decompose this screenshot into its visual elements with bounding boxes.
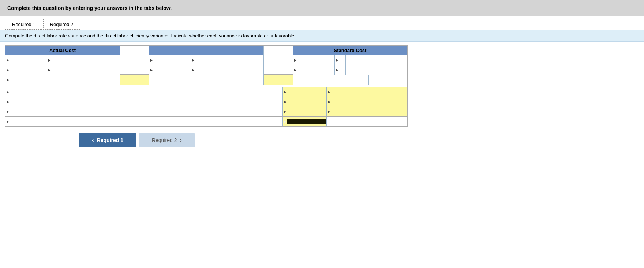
total-separator-left bbox=[120, 46, 149, 85]
header-banner: Complete this question by entering your … bbox=[0, 0, 644, 16]
std-row3-input1[interactable] bbox=[294, 77, 368, 82]
mid-row1-input2[interactable] bbox=[203, 57, 232, 63]
variance-row1: ▶ ▶ ▶ bbox=[5, 87, 407, 97]
variance-row4: ▶ ▶ bbox=[5, 117, 407, 126]
variance-row2: ▶ ▶ ▶ bbox=[5, 97, 407, 107]
arrow3: ▶ bbox=[6, 68, 10, 72]
var-row4-amount[interactable] bbox=[287, 119, 326, 124]
std-row2-input2[interactable] bbox=[347, 67, 375, 72]
arrow5: ▶ bbox=[6, 78, 10, 82]
tabs-row: Required 1 Required 2 bbox=[0, 16, 644, 30]
variance-table: Actual Cost ▶ ▶ ▶ ▶ bbox=[5, 45, 408, 127]
std-row2-input3[interactable] bbox=[378, 67, 407, 72]
std-row3-input2[interactable] bbox=[370, 77, 407, 82]
btn-required1[interactable]: ‹ Required 1 bbox=[79, 133, 136, 147]
btn-required2[interactable]: Required 2 › bbox=[139, 133, 195, 147]
arrow8: ▶ bbox=[150, 68, 153, 72]
actual-cost-header: Actual Cost bbox=[5, 46, 120, 55]
arrow9: ▶ bbox=[192, 68, 195, 72]
var-row2-type[interactable] bbox=[331, 99, 407, 104]
arrow6: ▶ bbox=[150, 58, 153, 62]
var-row2-amount[interactable] bbox=[287, 99, 326, 104]
btn1-icon: ‹ bbox=[92, 137, 94, 144]
arrow11: ▶ bbox=[336, 58, 339, 62]
nav-buttons: ‹ Required 1 Required 2 › bbox=[5, 133, 269, 147]
middle-block: ▶ ▶ ▶ ▶ bbox=[149, 46, 264, 85]
standard-cost-header: Standard Cost bbox=[293, 46, 407, 55]
var-row1-type[interactable] bbox=[331, 89, 407, 94]
total-separator-mid bbox=[264, 46, 293, 85]
var-row4-label[interactable] bbox=[17, 119, 282, 124]
arrow16: ▶ bbox=[6, 110, 10, 113]
arrow7: ▶ bbox=[192, 58, 195, 62]
var-row3-type[interactable] bbox=[331, 109, 407, 114]
actual-row2-input1[interactable] bbox=[17, 67, 46, 72]
actual-row2-input3[interactable] bbox=[90, 67, 119, 72]
var-row3-label[interactable] bbox=[17, 109, 282, 114]
var-row2-label[interactable] bbox=[17, 99, 282, 104]
std-row1-input3[interactable] bbox=[378, 57, 407, 63]
arrow14: ▶ bbox=[6, 90, 10, 94]
actual-row1-input2[interactable] bbox=[59, 57, 88, 63]
arrow15: ▶ bbox=[6, 100, 10, 104]
arrow10: ▶ bbox=[294, 58, 297, 62]
tab-required1[interactable]: Required 1 bbox=[5, 19, 42, 30]
std-row1-input2[interactable] bbox=[347, 57, 375, 63]
var-row1-amount[interactable] bbox=[287, 89, 326, 94]
var-row1-label[interactable] bbox=[17, 89, 282, 94]
arrow17: ▶ bbox=[6, 120, 10, 123]
arrow1: ▶ bbox=[6, 58, 10, 62]
middle-header bbox=[149, 46, 263, 55]
instruction-bar: Compute the direct labor rate variance a… bbox=[0, 30, 644, 42]
mid-row2-input1[interactable] bbox=[161, 67, 190, 72]
arrow2: ▶ bbox=[48, 58, 51, 62]
actual-row1-input3[interactable] bbox=[90, 57, 119, 63]
std-row2-input1[interactable] bbox=[305, 67, 334, 72]
variance-row3: ▶ ▶ ▶ bbox=[5, 107, 407, 117]
actual-cost-block: Actual Cost ▶ ▶ ▶ ▶ bbox=[5, 46, 120, 85]
actual-row1-input1[interactable] bbox=[17, 57, 46, 63]
tab-required2[interactable]: Required 2 bbox=[43, 19, 80, 30]
header-instruction: Complete this question by entering your … bbox=[7, 5, 172, 11]
standard-cost-block: Standard Cost ▶ ▶ ▶ ▶ bbox=[293, 46, 407, 85]
actual-row2-input2[interactable] bbox=[59, 67, 88, 72]
btn2-icon: › bbox=[180, 137, 181, 144]
var-row3-amount[interactable] bbox=[287, 109, 326, 114]
arrow4: ▶ bbox=[48, 68, 51, 72]
mid-row1-input3[interactable] bbox=[234, 57, 263, 63]
mid-row2-input2[interactable] bbox=[203, 67, 232, 72]
top-three-cols: Actual Cost ▶ ▶ ▶ ▶ bbox=[5, 46, 407, 85]
actual-row3-input1[interactable] bbox=[17, 77, 84, 82]
mid-row1-input1[interactable] bbox=[161, 57, 190, 63]
actual-row3-input2[interactable] bbox=[86, 77, 119, 82]
std-row1-input1[interactable] bbox=[305, 57, 334, 63]
arrow13: ▶ bbox=[336, 68, 339, 72]
arrow12: ▶ bbox=[294, 68, 297, 72]
mid-row3-input1[interactable] bbox=[150, 77, 233, 82]
mid-row3-input2[interactable] bbox=[235, 77, 263, 82]
mid-row2-input3[interactable] bbox=[234, 67, 263, 72]
